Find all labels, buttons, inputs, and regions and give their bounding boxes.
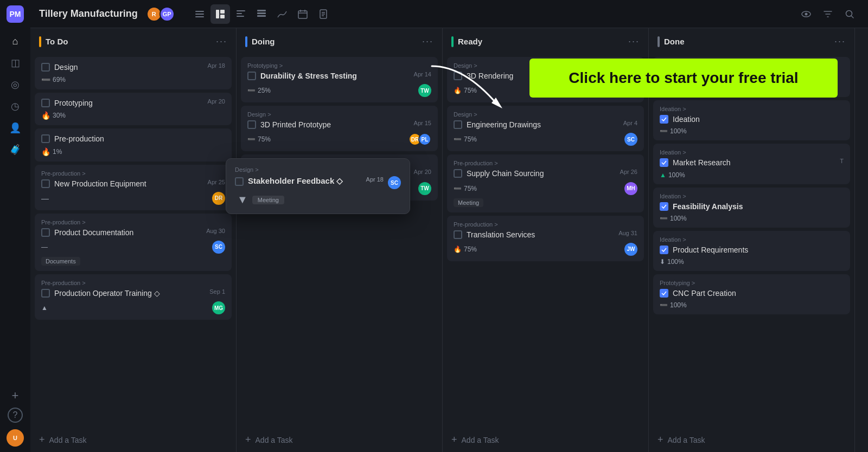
popup-checkbox[interactable] bbox=[235, 177, 244, 186]
card-title-new-prod: New Production Equipment bbox=[54, 179, 203, 189]
sidebar-item-time[interactable]: ◷ bbox=[5, 96, 25, 116]
card-ideation[interactable]: Ideation > Ideation ➖ 100% bbox=[653, 100, 850, 140]
card-production-operator-training[interactable]: Pre-production > Production Operator Tra… bbox=[35, 274, 232, 320]
view-table[interactable] bbox=[252, 4, 271, 24]
card-new-production-equipment[interactable]: Pre-production > New Production Equipmen… bbox=[35, 165, 232, 210]
column-ready-title: Ready bbox=[458, 37, 624, 46]
card-date-3dpp: Apr 15 bbox=[414, 120, 431, 126]
card-checkbox-pot[interactable] bbox=[41, 289, 50, 298]
topbar: Tillery Manufacturing R GP bbox=[30, 0, 868, 28]
card-checkbox-3dpp[interactable] bbox=[247, 120, 256, 129]
svg-rect-2 bbox=[195, 16, 204, 17]
card-checkbox-design[interactable] bbox=[41, 63, 50, 72]
card-section-ed: Design > bbox=[454, 111, 637, 118]
card-section-fa: Ideation > bbox=[660, 193, 844, 199]
card-product-requirements[interactable]: Ideation > Product Requirements ⬇ 100% bbox=[653, 231, 850, 271]
card-supply-chain-sourcing[interactable]: Pre-production > Supply Chain Sourcing A… bbox=[447, 154, 644, 212]
project-avatars: R GP bbox=[149, 7, 175, 22]
view-list[interactable] bbox=[190, 4, 209, 24]
card-prototyping[interactable]: Prototyping Apr 20 🔥 30% bbox=[35, 93, 232, 125]
card-section-pot: Pre-production > bbox=[41, 280, 225, 286]
card-title-mr: Market Research bbox=[673, 158, 835, 167]
column-done-menu[interactable]: ··· bbox=[834, 36, 846, 47]
card-section-cnc: Prototyping > bbox=[660, 280, 844, 286]
card-checkbox-ed[interactable] bbox=[454, 120, 462, 129]
view-docs[interactable] bbox=[314, 4, 333, 24]
card-feasibility-analysis[interactable]: Ideation > Feasibility Analysis ➖ 100% bbox=[653, 188, 850, 228]
card-checkbox-3dr[interactable] bbox=[454, 72, 462, 80]
card-checkbox-pr[interactable] bbox=[660, 246, 668, 254]
view-calendar[interactable] bbox=[293, 4, 312, 24]
svg-rect-10 bbox=[257, 12, 266, 14]
card-durability-stress-testing[interactable]: Prototyping > Durability & Stress Testin… bbox=[241, 57, 438, 102]
free-trial-banner[interactable]: Click here to start your free trial bbox=[529, 59, 838, 98]
column-accent-ready bbox=[451, 36, 454, 47]
card-engineering-drawings[interactable]: Design > Engineering Drawings Apr 4 ➖ 75… bbox=[447, 106, 644, 151]
card-date-prod-doc: Aug 30 bbox=[206, 228, 225, 234]
card-checkbox-fa[interactable] bbox=[660, 202, 668, 211]
card-date-ed: Apr 4 bbox=[623, 120, 637, 126]
filter-button[interactable] bbox=[818, 4, 838, 24]
card-translation-services[interactable]: Pre-production > Translation Services Au… bbox=[447, 216, 644, 261]
add-task-doing[interactable]: + Add a Task bbox=[237, 428, 442, 452]
view-gantt[interactable] bbox=[231, 4, 251, 24]
card-date-scs: Apr 26 bbox=[620, 169, 637, 175]
sidebar-item-dashboard[interactable]: ◫ bbox=[5, 53, 25, 73]
sidebar-item-work[interactable]: 🧳 bbox=[5, 140, 25, 159]
add-task-ready[interactable]: + Add a Task bbox=[443, 428, 648, 452]
card-3d-printed-prototype[interactable]: Design > 3D Printed Prototype Apr 15 ➖ 7… bbox=[241, 106, 438, 151]
card-progress-3dpp: ➖ 75% bbox=[247, 135, 271, 143]
card-title-ed: Engineering Drawings bbox=[467, 120, 619, 130]
sidebar-item-people[interactable]: 👤 bbox=[5, 118, 25, 138]
eye-button[interactable] bbox=[796, 4, 816, 24]
column-todo-menu[interactable]: ··· bbox=[216, 36, 227, 47]
add-task-done[interactable]: + Add a Task bbox=[649, 428, 854, 452]
avatar-gp[interactable]: GP bbox=[159, 7, 175, 22]
popup-dropdown-icon[interactable]: ▼ bbox=[237, 193, 248, 206]
card-progress-ed: ➖ 75% bbox=[454, 135, 477, 143]
card-checkbox-prototyping[interactable] bbox=[41, 99, 50, 107]
column-doing-menu[interactable]: ··· bbox=[422, 36, 433, 47]
add-task-todo[interactable]: + Add a Task bbox=[30, 428, 236, 452]
card-progress-new-prod: — bbox=[41, 194, 49, 203]
card-title-ts: Translation Services bbox=[467, 230, 614, 240]
main-content: Tillery Manufacturing R GP bbox=[30, 0, 868, 452]
column-done-cards: Ideation > Stakeholder Feedback ◇ ⬇ 100% bbox=[649, 55, 854, 428]
popup-card[interactable]: Design > Stakeholder Feedback ◇ Apr 18 S… bbox=[226, 158, 410, 214]
view-chart[interactable] bbox=[272, 4, 292, 24]
card-checkbox-ideation[interactable] bbox=[660, 115, 668, 124]
column-ready-menu[interactable]: ··· bbox=[628, 36, 640, 47]
sidebar-item-help[interactable]: ? bbox=[8, 408, 23, 423]
card-cnc-part-creation[interactable]: Prototyping > CNC Part Creation ➖ 100% bbox=[653, 274, 850, 314]
sidebar-item-home[interactable]: ⌂ bbox=[5, 31, 25, 51]
card-section-ideation: Ideation > bbox=[660, 106, 844, 112]
card-design[interactable]: Design Apr 18 ➖ 69% bbox=[35, 57, 232, 89]
card-progress-ts: 🔥 75% bbox=[454, 246, 477, 253]
progress-icon-prototyping: 🔥 bbox=[41, 111, 50, 120]
sidebar-item-activity[interactable]: ◎ bbox=[5, 75, 25, 94]
progress-icon-new-prod: — bbox=[41, 194, 49, 203]
card-checkbox-scs[interactable] bbox=[454, 169, 462, 178]
popup-date: Apr 18 bbox=[366, 176, 384, 183]
view-board[interactable] bbox=[210, 4, 230, 24]
card-checkbox-new-prod[interactable] bbox=[41, 179, 50, 188]
user-avatar[interactable]: U bbox=[7, 429, 24, 447]
svg-rect-12 bbox=[298, 11, 307, 18]
card-date-pa: Apr 20 bbox=[414, 169, 431, 175]
card-market-research[interactable]: Ideation > Market Research T ▲ 100% bbox=[653, 144, 850, 184]
card-checkbox-pre-production[interactable] bbox=[41, 134, 50, 143]
card-checkbox-mr[interactable] bbox=[660, 158, 668, 167]
column-doing-header: Doing ··· bbox=[237, 28, 442, 55]
column-todo: To Do ··· Design Apr 18 ➖ bbox=[30, 28, 237, 452]
card-checkbox-cnc[interactable] bbox=[660, 289, 668, 298]
svg-rect-11 bbox=[257, 15, 266, 17]
card-checkbox-dst[interactable] bbox=[247, 72, 256, 80]
search-button[interactable] bbox=[840, 4, 859, 24]
app-logo[interactable]: PM bbox=[7, 5, 24, 23]
card-pre-production[interactable]: Pre-production 🔥 1% bbox=[35, 128, 232, 161]
card-checkbox-prod-doc[interactable] bbox=[41, 228, 50, 237]
card-product-documentation[interactable]: Pre-production > Product Documentation A… bbox=[35, 214, 232, 271]
sidebar-item-add[interactable]: + bbox=[5, 386, 25, 405]
card-checkbox-ts[interactable] bbox=[454, 230, 462, 239]
column-done-header: Done ··· bbox=[649, 28, 854, 55]
